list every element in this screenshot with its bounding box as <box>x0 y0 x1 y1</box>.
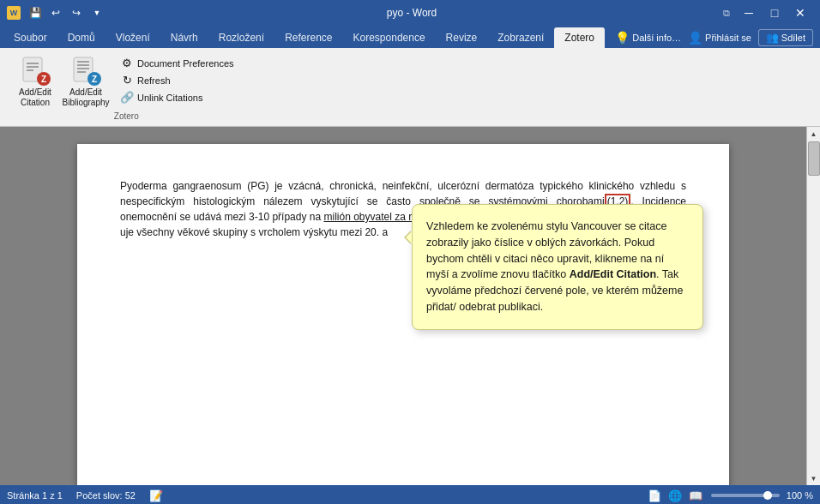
word-count: Počet slov: 52 <box>76 490 136 501</box>
redo-button[interactable]: ↪ <box>67 3 86 22</box>
bulb-icon: 💡 <box>615 31 630 45</box>
sdilet-button[interactable]: 👥 Sdílet <box>758 29 813 46</box>
document-area: Pyoderma gangraenosum (PG) je vzácná, ch… <box>0 127 820 485</box>
tab-soubor[interactable]: Soubor <box>3 27 57 48</box>
user-icon: 👤 <box>688 31 702 45</box>
tab-navrh[interactable]: Návrh <box>160 27 208 48</box>
share-icon: 👥 <box>766 32 779 44</box>
minimize-button[interactable]: ─ <box>736 0 762 26</box>
status-right: 📄 🌐 📖 100 % <box>646 487 813 504</box>
add-citation-label: Add/Edit Citation <box>19 87 51 108</box>
view-web-button[interactable]: 🌐 <box>666 487 684 504</box>
tab-rozlozeni[interactable]: Rozložení <box>208 27 274 48</box>
zotero-group-label: Zotero <box>14 110 239 121</box>
add-citation-icon: Z <box>20 55 51 86</box>
view-read-button[interactable]: 📖 <box>687 487 704 504</box>
save-button[interactable]: 💾 <box>26 3 45 22</box>
scroll-thumb[interactable] <box>808 141 820 176</box>
scroll-up-button[interactable]: ▲ <box>807 127 820 141</box>
document-scroll[interactable]: Pyoderma gangraenosum (PG) je vzácná, ch… <box>0 127 806 485</box>
unlink-icon: 🔗 <box>120 91 134 104</box>
window-controls: ⧉ ─ □ ✕ <box>717 0 813 26</box>
word-icon: W <box>7 6 21 20</box>
add-edit-citation-button[interactable]: Z Add/Edit Citation <box>14 53 57 110</box>
document-page: Pyoderma gangraenosum (PG) je vzácná, ch… <box>77 144 729 485</box>
zoom-level: 100 % <box>787 490 813 501</box>
tab-korespondence[interactable]: Korespondence <box>343 27 436 48</box>
ribbon-content-zotero: Z Add/Edit Citation <box>0 48 820 127</box>
tab-reference[interactable]: Reference <box>274 27 342 48</box>
zotero-buttons: Z Add/Edit Citation <box>14 53 239 110</box>
document-preferences-button[interactable]: ⚙ Document Preferences <box>115 55 239 71</box>
scroll-track[interactable] <box>807 141 820 471</box>
refresh-button[interactable]: ↻ Refresh <box>115 72 239 88</box>
document-preferences-icon: ⚙ <box>120 57 134 69</box>
ribbon-right-area: 💡 Další info… 👤 Přihlásit se 👥 Sdílet <box>615 29 820 48</box>
dalsi-info-button[interactable]: 💡 Další info… <box>615 31 681 45</box>
zotero-small-buttons: ⚙ Document Preferences ↻ Refresh 🔗 Unlin… <box>115 53 239 105</box>
view-layout-button[interactable]: 📄 <box>646 487 663 504</box>
vertical-scrollbar[interactable]: ▲ ▼ <box>806 127 820 485</box>
tab-revize[interactable]: Revize <box>436 27 488 48</box>
zotero-ribbon-group: Z Add/Edit Citation <box>7 51 246 123</box>
refresh-icon: ↻ <box>120 74 134 87</box>
ribbon-tabs: Soubor Domů Vložení Návrh Rozložení Refe… <box>0 26 820 48</box>
close-button[interactable]: ✕ <box>787 0 813 26</box>
zoom-slider[interactable] <box>711 494 780 497</box>
quick-access-toolbar: 💾 ↩ ↪ ▼ <box>26 3 106 22</box>
customize-button[interactable]: ▼ <box>87 3 106 22</box>
svg-text:Z: Z <box>41 75 46 84</box>
zoom-thumb[interactable] <box>763 491 772 500</box>
page-info: Stránka 1 z 1 <box>7 490 63 501</box>
svg-text:Z: Z <box>92 75 97 84</box>
prihlasit-button[interactable]: 👤 Přihlásit se <box>688 31 751 45</box>
add-bibliography-label: Add/Edit Bibliography <box>62 87 109 108</box>
tab-zobrazeni[interactable]: Zobrazení <box>487 27 554 48</box>
add-bibliography-icon: Z <box>70 55 101 86</box>
title-bar-left: W 💾 ↩ ↪ ▼ <box>7 3 106 22</box>
maximize-button[interactable]: □ <box>762 0 787 26</box>
add-edit-bibliography-button[interactable]: Z Add/Edit Bibliography <box>60 53 112 110</box>
undo-button[interactable]: ↩ <box>46 3 65 22</box>
tooltip-box: Vzhledem ke zvolenému stylu Vancouver se… <box>412 204 703 330</box>
restore-icon: ⧉ <box>717 3 736 22</box>
title-bar: W 💾 ↩ ↪ ▼ pyo - Word ⧉ ─ □ ✕ <box>0 0 820 26</box>
tab-vlozeni[interactable]: Vložení <box>106 27 160 48</box>
status-bar: Stránka 1 z 1 Počet slov: 52 📝 📄 🌐 📖 100… <box>0 485 820 504</box>
window-title: pyo - Word <box>106 7 717 19</box>
tab-zotero[interactable]: Zotero <box>554 27 605 48</box>
scroll-down-button[interactable]: ▼ <box>807 471 820 485</box>
tab-domu[interactable]: Domů <box>57 27 106 48</box>
unlink-citations-button[interactable]: 🔗 Unlink Citations <box>115 89 239 105</box>
proofing-icon: 📝 <box>149 489 163 502</box>
